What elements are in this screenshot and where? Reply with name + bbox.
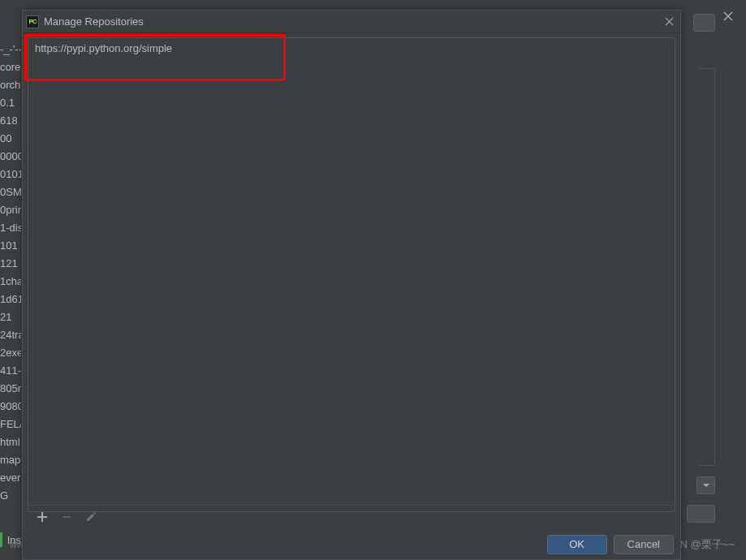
dialog-title: Manage Repositories xyxy=(44,15,662,28)
dialog-button-row: OK Cancel xyxy=(547,535,674,554)
list-item[interactable]: FELA xyxy=(0,416,21,433)
parent-dropdown-button[interactable] xyxy=(696,476,715,494)
remove-button[interactable] xyxy=(60,510,73,523)
list-item[interactable]: 0000 xyxy=(0,148,21,166)
list-item[interactable]: 0prin xyxy=(0,201,21,219)
ok-button[interactable]: OK xyxy=(547,535,607,554)
list-item[interactable]: 1cha xyxy=(0,273,21,291)
dialog-titlebar[interactable]: PC Manage Repositories xyxy=(23,11,680,33)
list-item[interactable]: -_-'-- xyxy=(0,41,21,58)
list-item[interactable]: 0.1 xyxy=(0,94,21,112)
list-item[interactable]: map xyxy=(0,451,21,469)
svg-rect-0 xyxy=(63,516,71,518)
parent-top-button[interactable] xyxy=(693,14,715,32)
list-item[interactable]: 618 xyxy=(0,112,21,130)
list-item[interactable]: html xyxy=(0,433,21,451)
list-item[interactable]: G xyxy=(0,487,21,505)
list-item[interactable]: 00 xyxy=(0,130,21,148)
manage-repositories-dialog: PC Manage Repositories https://pypi.pyth… xyxy=(22,10,681,560)
list-item[interactable]: 121 xyxy=(0,255,21,273)
list-item[interactable]: ever xyxy=(0,469,21,487)
add-button[interactable] xyxy=(36,510,49,523)
pycharm-icon: PC xyxy=(26,15,39,28)
parent-close-icon[interactable] xyxy=(723,11,733,21)
list-item[interactable]: 805n xyxy=(0,380,21,398)
list-item[interactable]: 0SM. xyxy=(0,183,21,201)
list-item[interactable]: 2exe xyxy=(0,344,21,362)
parent-lower-button[interactable] xyxy=(687,505,715,523)
list-item[interactable]: 411- xyxy=(0,362,21,380)
list-item[interactable]: core xyxy=(0,58,21,76)
cancel-button[interactable]: Cancel xyxy=(614,535,674,554)
list-item[interactable]: 24tra xyxy=(0,326,21,344)
list-item[interactable]: orch xyxy=(0,76,21,94)
edit-button[interactable] xyxy=(84,510,97,523)
status-indicator-icon xyxy=(0,532,2,547)
package-list-strip: -_-'-- core orch 0.1 618 00 0000 0101 0S… xyxy=(0,41,21,519)
list-item[interactable]: 21 xyxy=(0,308,21,326)
list-item[interactable]: 0101 xyxy=(0,166,21,183)
repository-item[interactable]: https://pypi.python.org/simple xyxy=(28,38,675,58)
list-item[interactable]: 1d61 xyxy=(0,291,21,308)
list-item[interactable]: 9080 xyxy=(0,398,21,416)
close-icon[interactable] xyxy=(662,15,675,28)
repository-list[interactable]: https://pypi.python.org/simple xyxy=(28,37,675,512)
list-item[interactable]: 1-dis xyxy=(0,219,21,237)
list-item[interactable]: 101 xyxy=(0,237,21,255)
repo-toolbar xyxy=(28,505,675,528)
parent-right-panel xyxy=(699,68,715,466)
